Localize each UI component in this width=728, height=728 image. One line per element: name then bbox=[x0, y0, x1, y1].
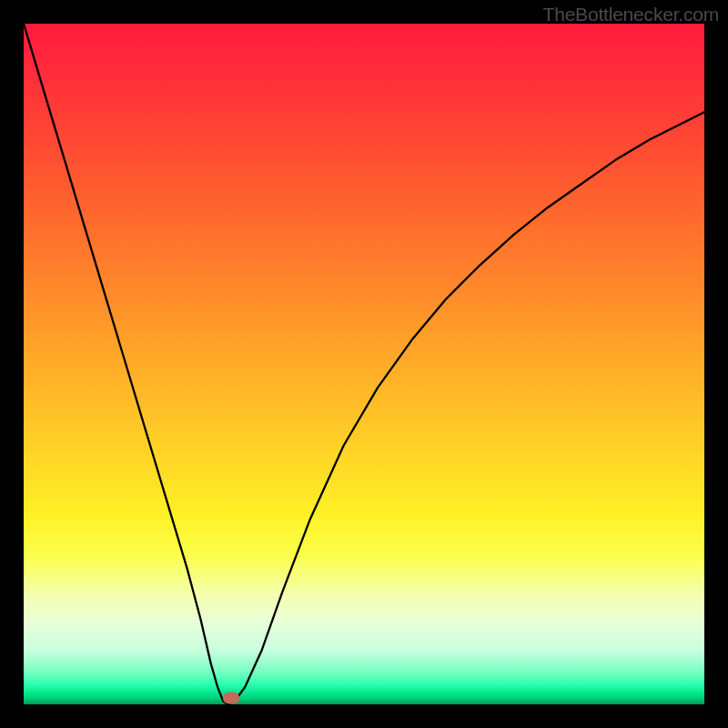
watermark-text: TheBottlenecker.com bbox=[543, 4, 719, 25]
plot-area bbox=[24, 24, 704, 704]
bottleneck-curve bbox=[24, 24, 704, 704]
optimal-point-marker bbox=[223, 692, 239, 703]
chart-frame: TheBottlenecker.com bbox=[0, 0, 728, 728]
